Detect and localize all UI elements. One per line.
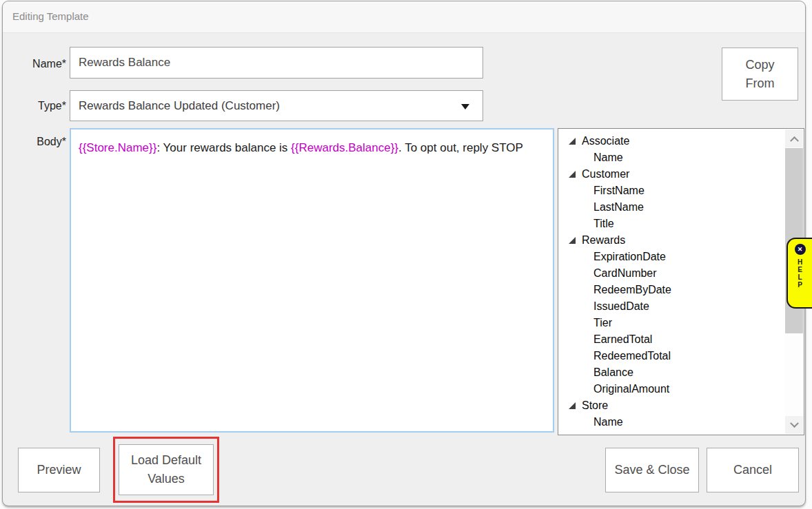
merge-fields-panel: AssociateNameCustomerFirstNameLastNameTi… <box>558 128 804 435</box>
tree-node[interactable]: Customer <box>558 166 785 183</box>
tree-node[interactable]: Associate <box>558 133 785 149</box>
tree-leaf[interactable]: Title <box>558 216 785 232</box>
cancel-button[interactable]: Cancel <box>707 448 799 492</box>
tree-node-label: Store <box>582 399 608 412</box>
merge-fields-tree: AssociateNameCustomerFirstNameLastNameTi… <box>558 129 785 435</box>
merge-field-token: {{Rewards.Balance}} <box>291 141 398 154</box>
screen: Editing Template Name* Type* Rewards Bal… <box>0 0 812 509</box>
tree-leaf[interactable]: Name <box>558 149 785 166</box>
tree-leaf[interactable]: Balance <box>558 364 785 381</box>
help-tab-label: HELP <box>798 258 802 289</box>
type-label: Type* <box>15 100 66 112</box>
copy-from-button[interactable]: Copy From <box>722 48 798 101</box>
body-editor[interactable]: {{Store.Name}}: Your rewards balance is … <box>70 128 554 433</box>
body-text: . To opt out, reply STOP <box>398 141 523 154</box>
dialog-titlebar: Editing Template <box>3 1 805 33</box>
tree-node-label: Associate <box>582 135 629 147</box>
close-icon[interactable]: ✕ <box>795 244 806 255</box>
chevron-down-icon <box>790 419 799 428</box>
tree-leaf[interactable]: RedeemedTotal <box>558 348 785 364</box>
type-select-value: Rewards Balance Updated (Customer) <box>79 99 280 113</box>
expand-collapse-icon[interactable] <box>569 138 576 145</box>
tree-leaf[interactable]: ExpirationDate <box>558 249 785 265</box>
tree-leaf[interactable]: OriginalAmount <box>558 381 785 397</box>
tree-leaf[interactable]: Name <box>558 414 785 430</box>
name-input[interactable] <box>70 47 483 79</box>
merge-field-token: {{Store.Name}} <box>79 141 156 154</box>
scroll-up-button[interactable] <box>785 129 803 147</box>
expand-collapse-icon[interactable] <box>569 171 576 178</box>
type-select[interactable]: Rewards Balance Updated (Customer) <box>70 90 483 121</box>
tree-leaf[interactable]: EarnedTotal <box>558 331 785 348</box>
load-default-values-button[interactable]: Load Default Values <box>119 444 214 495</box>
name-label: Name* <box>15 58 66 70</box>
help-tab[interactable]: ✕ HELP <box>786 238 812 309</box>
tree-leaf[interactable]: CardNumber <box>558 265 785 282</box>
editing-template-dialog: Editing Template Name* Type* Rewards Bal… <box>2 1 806 506</box>
body-label: Body* <box>15 136 66 148</box>
body-text: : Your rewards balance is <box>156 141 291 154</box>
dialog-title: Editing Template <box>12 10 89 22</box>
chevron-up-icon <box>790 136 799 145</box>
tree-leaf[interactable]: Tier <box>558 315 785 331</box>
tree-node[interactable]: Rewards <box>558 232 785 249</box>
expand-collapse-icon[interactable] <box>569 402 576 409</box>
tree-node[interactable]: Store <box>558 397 785 414</box>
scroll-down-button[interactable] <box>785 416 803 434</box>
tree-leaf[interactable]: LastName <box>558 199 785 216</box>
tree-leaf[interactable]: RedeemByDate <box>558 282 785 298</box>
save-and-close-button[interactable]: Save & Close <box>605 448 699 492</box>
tree-leaf[interactable]: FirstName <box>558 183 785 199</box>
expand-collapse-icon[interactable] <box>569 237 576 244</box>
tree-node-label: Customer <box>582 168 629 180</box>
dropdown-arrow-icon <box>461 104 469 110</box>
preview-button[interactable]: Preview <box>18 448 100 492</box>
tree-node-label: Rewards <box>582 234 625 247</box>
tree-leaf[interactable]: IssuedDate <box>558 298 785 315</box>
